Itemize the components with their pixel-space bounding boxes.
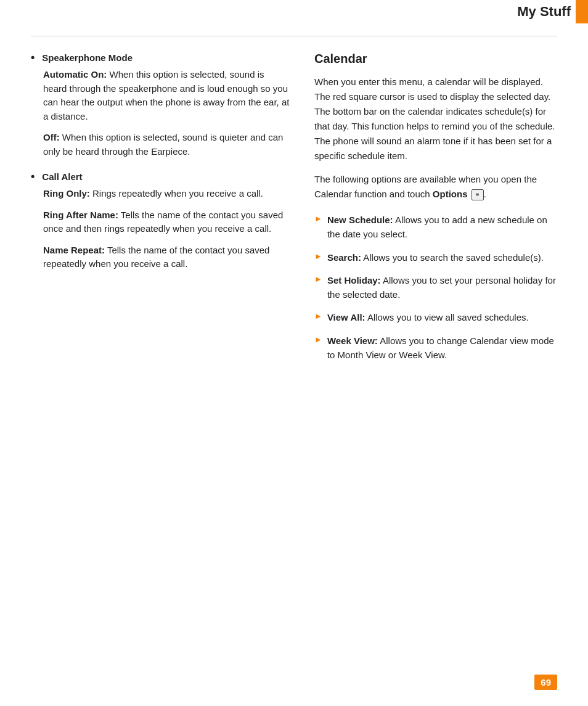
triangle-arrow-4: ► <box>314 311 322 321</box>
search-label: Search: <box>327 252 361 263</box>
triangle-arrow-3: ► <box>314 274 322 284</box>
automatic-on-item: Automatic On: When this option is select… <box>43 68 290 123</box>
view-all-item: ► View All: Allows you to view all saved… <box>314 310 557 324</box>
left-column: • Speakerphone Mode Automatic On: When t… <box>31 52 290 371</box>
options-line-text: The following options are available when… <box>314 174 537 199</box>
calendar-intro-text: When you enter this menu, a calendar wil… <box>314 75 557 163</box>
week-view-content: Week View: Allows you to change Calendar… <box>327 334 557 363</box>
search-text: Allows you to search the saved schedule(… <box>361 252 544 263</box>
options-icon <box>472 189 484 200</box>
right-column: Calendar When you enter this menu, a cal… <box>314 52 557 371</box>
content-area: • Speakerphone Mode Automatic On: When t… <box>0 52 588 371</box>
ring-only-text: Rings repeatedly when you receive a call… <box>90 188 263 199</box>
call-alert-section: • Call Alert Ring Only: Rings repeatedly… <box>31 171 290 271</box>
new-schedule-label: New Schedule: <box>327 215 393 225</box>
ring-after-name-label: Ring After Name: <box>43 210 118 220</box>
off-item: Off: When this option is selected, sound… <box>43 131 290 158</box>
off-label: Off: <box>43 132 60 142</box>
ring-only-item: Ring Only: Rings repeatedly when you rec… <box>43 187 290 201</box>
set-holiday-label: Set Holiday: <box>327 275 381 285</box>
triangle-arrow-1: ► <box>314 214 322 223</box>
view-all-text: Allows you to view all saved schedules. <box>365 312 529 322</box>
triangle-arrow-2: ► <box>314 252 322 261</box>
triangle-arrow-5: ► <box>314 335 322 344</box>
set-holiday-item: ► Set Holiday: Allows you to set your pe… <box>314 273 557 302</box>
name-repeat-label: Name Repeat: <box>43 245 105 255</box>
off-text: When this option is selected, sound is q… <box>43 132 283 157</box>
header: My Stuff <box>0 0 588 23</box>
ring-after-name-item: Ring After Name: Tells the name of the c… <box>43 208 290 236</box>
page-number-wrapper: 69 <box>534 677 557 688</box>
name-repeat-item: Name Repeat: Tells the name of the conta… <box>43 244 290 271</box>
ring-only-label: Ring Only: <box>43 188 90 199</box>
search-content: Search: Allows you to search the saved s… <box>327 250 544 265</box>
search-item: ► Search: Allows you to search the saved… <box>314 250 557 265</box>
new-schedule-content: New Schedule: Allows you to add a new sc… <box>327 213 557 242</box>
new-schedule-item: ► New Schedule: Allows you to add a new … <box>314 213 557 242</box>
week-view-label: Week View: <box>327 335 378 346</box>
bullet-dot-1: • <box>31 52 35 63</box>
page-section-title: My Stuff <box>517 4 571 20</box>
set-holiday-content: Set Holiday: Allows you to set your pers… <box>327 273 557 302</box>
call-alert-title: • Call Alert <box>31 171 290 182</box>
calendar-title: Calendar <box>314 52 557 66</box>
view-all-label: View All: <box>327 312 365 322</box>
view-all-content: View All: Allows you to view all saved s… <box>327 310 529 324</box>
options-bold-label: Options <box>433 189 468 199</box>
bullet-dot-2: • <box>31 171 35 182</box>
options-intro-line: The following options are available when… <box>314 172 557 202</box>
week-view-item: ► Week View: Allows you to change Calend… <box>314 334 557 363</box>
call-alert-label: Call Alert <box>42 171 82 182</box>
speakerphone-section: • Speakerphone Mode Automatic On: When t… <box>31 52 290 158</box>
header-divider <box>31 36 557 36</box>
automatic-on-label: Automatic On: <box>43 69 107 80</box>
speakerphone-label: Speakerphone Mode <box>42 52 133 63</box>
speakerphone-title: • Speakerphone Mode <box>31 52 290 63</box>
header-accent-bar <box>576 0 588 23</box>
page-number: 69 <box>534 675 557 690</box>
